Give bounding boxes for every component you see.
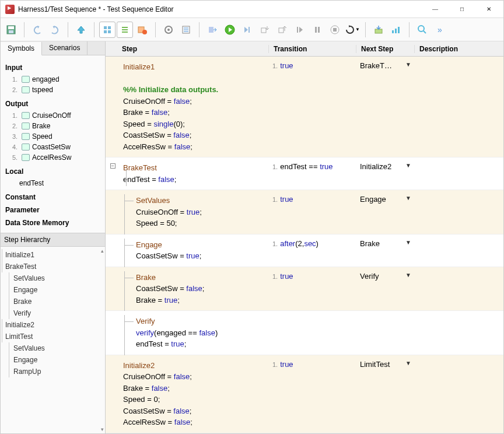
transition-cell[interactable]: 1.true [269,60,356,153]
local-header: Local [5,167,100,176]
properties-button[interactable] [178,22,194,38]
svg-rect-31 [398,27,400,33]
col-description[interactable]: Description [415,45,503,53]
output-item[interactable]: 1.CruiseOnOff [5,110,100,121]
parameter-header: Parameter [5,206,100,214]
hierarchy-panel: Initialize1 BrakeTest SetValues Engage B… [1,247,105,433]
assessment-button[interactable] [134,22,150,38]
app-icon [5,5,15,14]
step-row-brake[interactable]: Brake CoastSetSw = false; Brake = true; … [106,267,503,312]
hier-item[interactable]: RampUp [1,366,105,377]
next-step-cell[interactable]: Initialize2▼ [356,161,415,186]
continue-button[interactable] [292,22,308,38]
tab-scenarios[interactable]: Scenarios [42,41,88,55]
hier-item[interactable]: Engage [1,354,105,366]
hier-item[interactable]: Verify [1,307,105,319]
pause-button[interactable] [309,22,326,38]
import-button[interactable] [370,22,387,38]
next-step-cell[interactable]: LimitTest▼ [356,359,415,429]
hier-item[interactable]: SetValues [1,342,105,354]
run-button[interactable] [222,22,238,38]
step-code[interactable]: Initialize1 %% Initialize data outputs. … [120,60,269,153]
svg-rect-30 [395,29,397,33]
col-next[interactable]: Next Step [356,45,415,53]
settings-button[interactable] [160,22,177,38]
hier-item[interactable]: Brake [1,296,105,307]
next-step-cell[interactable]: BrakeT…▼ [356,60,415,153]
step-code[interactable]: Brake CoastSetSw = false; Brake = true; [120,271,269,307]
data-inspector-button[interactable] [388,22,404,38]
collapse-icon[interactable]: − [110,163,116,169]
svg-rect-21 [261,28,266,33]
scrollbar[interactable]: ▴▾ [101,248,104,432]
step-row-braketest[interactable]: − BrakeTest endTest = false; 1.endTest =… [106,158,503,190]
output-item[interactable]: 4.CoastSetSw [5,142,100,152]
transition-cell[interactable]: 1.after(2,sec) [269,238,356,263]
fast-restart-button[interactable]: ▼ [344,22,360,38]
view-steps-button[interactable] [99,22,116,38]
output-item[interactable]: 5.AccelResSw [5,152,100,163]
hier-item[interactable]: LimitTest [1,331,105,342]
next-step-cell[interactable]: Verify▼ [356,271,415,307]
titlebar: Harness1/Test Sequence * - Test Sequence… [1,1,503,18]
step-code[interactable]: Engage CoastSetSw = true; [120,238,269,263]
step-forward-button[interactable] [239,22,256,38]
hier-item[interactable]: BrakeTest [1,261,105,272]
col-transition[interactable]: Transition [269,45,356,53]
tab-symbols[interactable]: Symbols [1,42,42,55]
output-item[interactable]: 3.Speed [5,131,100,142]
step-row-verify[interactable]: Verify verify(engaged == false) endTest … [106,311,503,355]
transition-cell[interactable]: 1.true [269,271,356,307]
window-title: Harness1/Test Sequence * - Test Sequence… [18,5,422,13]
hier-item[interactable]: Initialize1 [1,249,105,261]
chevron-down-icon[interactable]: ▼ [405,61,411,68]
chevron-down-icon[interactable]: ▼ [405,360,411,366]
step-out-button[interactable] [274,22,290,38]
next-step-cell[interactable]: Engage▼ [356,194,415,230]
step-code[interactable]: SetValues CruiseOnOff = true; Speed = 50… [120,194,269,230]
view-list-button[interactable] [117,22,133,38]
step-in-button[interactable] [257,22,273,38]
input-item[interactable]: 1.engaged [5,74,100,85]
local-item[interactable]: endTest [5,178,100,188]
next-step-cell[interactable]: Brake▼ [356,238,415,263]
transition-cell[interactable]: 1.true [269,359,356,429]
transition-cell[interactable]: 1.true [269,194,356,230]
step-code[interactable]: Verify verify(engaged == false) endTest … [120,314,269,351]
close-button[interactable]: ✕ [475,1,502,18]
search-button[interactable] [414,22,430,38]
step-code[interactable]: Initialize2 CruiseOnOff = false; Brake =… [120,359,269,429]
step-row-engage[interactable]: Engage CoastSetSw = true; 1.after(2,sec)… [106,235,503,267]
up-arrow-button[interactable] [73,22,89,38]
col-step[interactable]: Step [106,45,269,53]
hier-item[interactable]: Initialize2 [1,319,105,331]
step-row-initialize2[interactable]: Initialize2 CruiseOnOff = false; Brake =… [106,355,503,433]
transition-cell[interactable]: 1.endTest == true [269,161,356,186]
svg-rect-23 [297,27,298,33]
input-item[interactable]: 2.tspeed [5,85,100,95]
step-row-setvalues[interactable]: SetValues CruiseOnOff = true; Speed = 50… [106,190,503,235]
stop-button[interactable] [327,22,343,38]
save-button[interactable] [3,22,19,38]
chevron-down-icon[interactable]: ▼ [405,272,411,278]
step-code[interactable]: BrakeTest endTest = false; [120,161,269,186]
toolbar: ▼ » [1,18,503,41]
chevron-down-icon[interactable]: ▼ [405,239,411,246]
chevron-down-icon[interactable]: ▼ [405,195,411,201]
hier-item[interactable]: Engage [1,284,105,296]
svg-rect-24 [315,27,317,33]
chevron-down-icon[interactable]: ▼ [405,162,411,169]
minimize-button[interactable]: — [422,1,449,18]
build-button[interactable] [204,22,220,38]
redo-button[interactable] [47,22,63,38]
svg-point-13 [167,29,170,31]
hier-item[interactable]: SetValues [1,272,105,284]
symbols-panel: Input 1.engaged 2.tspeed Output 1.Cruise… [1,55,105,233]
undo-button[interactable] [29,22,46,38]
step-row-limittest[interactable]: − LimitTest [106,433,503,434]
svg-rect-6 [108,30,111,33]
step-row-initialize1[interactable]: Initialize1 %% Initialize data outputs. … [106,57,503,158]
output-item[interactable]: 2.Brake [5,121,100,131]
more-button[interactable]: » [432,22,448,38]
maximize-button[interactable]: □ [449,1,475,18]
